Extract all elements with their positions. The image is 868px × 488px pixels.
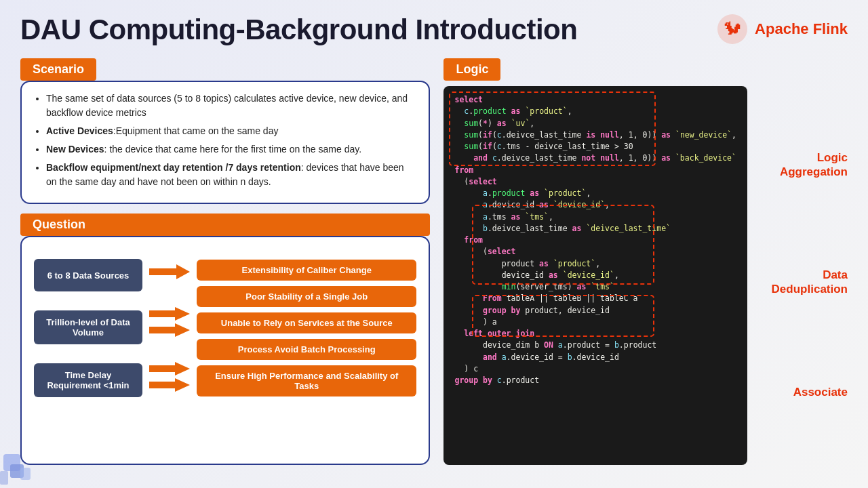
right-box-5: Ensure High Performance and Scalability … — [197, 365, 416, 396]
arrow-icon-3b — [149, 378, 190, 392]
arrow-icon-2a — [149, 307, 190, 321]
svg-text:🐿: 🐿 — [724, 18, 741, 39]
annotation-associate: Associate — [753, 386, 848, 399]
code-block: select c.product as `product`, sum(*) as… — [454, 94, 736, 386]
logic-label: Logic — [443, 58, 500, 81]
scenario-content: The same set of data sources (5 to 8 top… — [34, 92, 416, 189]
svg-marker-2 — [149, 264, 190, 279]
right-panel: Logic select c.product as `product`, sum… — [443, 58, 848, 465]
arrows-column — [149, 253, 190, 403]
arrow-icon-1 — [149, 264, 190, 279]
arrow-icon-3a — [149, 362, 190, 375]
svg-rect-10 — [0, 471, 8, 485]
svg-marker-5 — [149, 362, 190, 375]
svg-marker-4 — [149, 323, 190, 337]
scenario-label: Scenario — [20, 58, 96, 81]
question-grid: 6 to 8 Data Sources Trillion-level of Da… — [34, 253, 416, 403]
svg-marker-6 — [149, 378, 190, 392]
right-box-3: Unable to Rely on Services at the Source — [197, 312, 416, 333]
flink-logo-icon: 🐿 — [715, 12, 749, 46]
scenario-item-2: Active Devices:Equipment that came on th… — [46, 124, 416, 138]
logo-text: Apache Flink — [755, 20, 848, 38]
right-boxes: Extensibility of Caliber Change Poor Sta… — [197, 260, 416, 396]
question-label: Question — [20, 214, 430, 236]
arrow-group-3 — [149, 362, 190, 392]
right-box-2: Poor Stability of a Single Job — [197, 286, 416, 307]
svg-rect-9 — [20, 468, 31, 480]
left-box-1: 6 to 8 Data Sources — [34, 259, 142, 291]
scenario-item-4: Backflow equipment/next day retention /7… — [46, 161, 416, 189]
question-box: 6 to 8 Data Sources Trillion-level of Da… — [20, 236, 430, 465]
arrow-group-2 — [149, 307, 190, 337]
annotations-column: LogicAggregation DataDeduplication Assoc… — [753, 86, 848, 465]
scenario-box: The same set of data sources (5 to 8 top… — [20, 81, 430, 204]
scenario-item-3: New Devices: the device that came here f… — [46, 142, 416, 157]
left-box-3: Time Delay Requirement <1min — [34, 363, 142, 397]
left-box-2: Trillion-level of Data Volume — [34, 310, 142, 344]
left-boxes: 6 to 8 Data Sources Trillion-level of Da… — [34, 259, 142, 397]
left-panel: Scenario The same set of data sources (5… — [20, 58, 430, 465]
arrow-icon-2b — [149, 323, 190, 337]
scenario-section: Scenario The same set of data sources (5… — [20, 58, 430, 204]
logic-label-area: Logic — [443, 58, 848, 81]
svg-marker-3 — [149, 307, 190, 321]
scenario-item-1: The same set of data sources (5 to 8 top… — [46, 92, 416, 120]
content-area: Scenario The same set of data sources (5… — [20, 58, 848, 465]
logic-content: select c.product as `product`, sum(*) as… — [443, 86, 848, 465]
code-container: select c.product as `product`, sum(*) as… — [443, 86, 747, 465]
arrow-group-1 — [149, 264, 190, 282]
right-box-1: Extensibility of Caliber Change — [197, 260, 416, 281]
right-box-4: Process Avoid Batch Processing — [197, 339, 416, 360]
page: 🐿 Apache Flink DAU Computing-Background … — [0, 0, 868, 488]
annotation-data-dedup: DataDeduplication — [753, 268, 848, 296]
decorative-shapes — [0, 434, 61, 488]
question-section: Question 6 to 8 Data Sources Trillion-le… — [20, 214, 430, 465]
logo-area: 🐿 Apache Flink — [715, 12, 848, 46]
annotation-logic-aggregation: LogicAggregation — [753, 151, 848, 179]
